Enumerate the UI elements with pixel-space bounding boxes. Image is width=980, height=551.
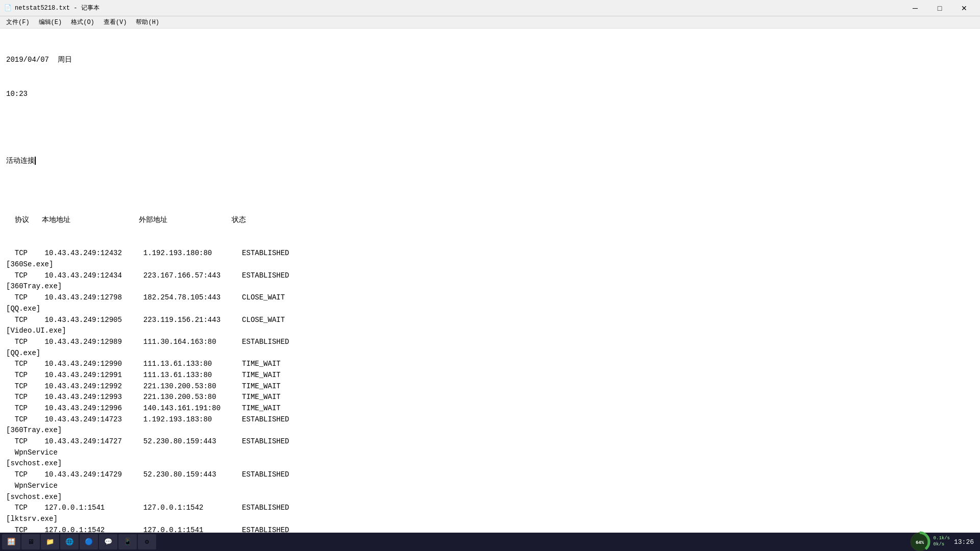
- list-item: TCP 10.43.43.249:12905 223.119.156.21:44…: [6, 315, 974, 326]
- list-item: [360Se.exe]: [6, 259, 974, 270]
- header-time: 10:23: [6, 89, 974, 100]
- taskbar-folder[interactable]: 📁: [41, 534, 59, 549]
- list-item: TCP 10.43.43.249:12992 221.130.200.53:80…: [6, 381, 974, 392]
- taskbar-start[interactable]: 🪟: [2, 534, 20, 549]
- list-item: [QQ.exe]: [6, 348, 974, 359]
- title-bar-title: netstat5218.txt - 记事本: [15, 4, 100, 12]
- list-item: [360Tray.exe]: [6, 281, 974, 292]
- column-headers: 协议 本地地址 外部地址 状态: [6, 215, 974, 226]
- taskbar-clock: 13:26: [954, 538, 974, 546]
- menu-file[interactable]: 文件(F): [2, 17, 34, 28]
- list-item: TCP 10.43.43.249:12990 111.13.61.133:80 …: [6, 359, 974, 370]
- taskbar-tray: 64% 0.1k/s 0k/s 13:26: [909, 531, 978, 551]
- taskbar-phone[interactable]: 📱: [118, 534, 137, 549]
- list-item: TCP 10.43.43.249:12993 221.130.200.53:80…: [6, 392, 974, 403]
- list-item: TCP 10.43.43.249:12989 111.30.164.163:80…: [6, 337, 974, 348]
- menu-help[interactable]: 帮助(H): [132, 17, 163, 28]
- list-item: TCP 10.43.43.249:14727 52.230.80.159:443…: [6, 436, 974, 447]
- taskbar-explorer[interactable]: 🖥: [21, 534, 40, 549]
- list-item: WpnService: [6, 481, 974, 492]
- menu-bar: 文件(F) 编辑(E) 格式(O) 查看(V) 帮助(H): [0, 16, 980, 29]
- title-bar-controls: ─ □ ✕: [903, 0, 976, 16]
- list-item: TCP 127.0.0.1:1542 127.0.0.1:1541 ESTABL…: [6, 525, 974, 533]
- header-date: 2019/04/07 周日: [6, 55, 974, 66]
- list-item: [svchost.exe]: [6, 492, 974, 503]
- section-title: 活动连接: [6, 156, 974, 167]
- menu-view[interactable]: 查看(V): [100, 17, 131, 28]
- list-item: TCP 10.43.43.249:12434 223.167.166.57:44…: [6, 270, 974, 282]
- close-button[interactable]: ✕: [952, 0, 976, 16]
- rows-container: TCP 10.43.43.249:12432 1.192.193.180:80 …: [6, 248, 974, 533]
- list-item: TCP 10.43.43.249:12798 182.254.78.105:44…: [6, 292, 974, 304]
- title-bar: 📄 netstat5218.txt - 记事本 ─ □ ✕: [0, 0, 980, 16]
- list-item: [QQ.exe]: [6, 304, 974, 315]
- list-item: [Video.UI.exe]: [6, 325, 974, 337]
- content-area: 2019/04/07 周日 10:23 活动连接 协议 本地地址 外部地址 状态…: [0, 29, 980, 533]
- tray-network[interactable]: 64% 0.1k/s 0k/s: [909, 531, 950, 551]
- list-item: WpnService: [6, 447, 974, 459]
- taskbar: 🪟 🖥 📁 🌐 🔵 💬 📱 ⚙ 64% 0.1k/s 0k/s 13:2: [0, 533, 980, 551]
- list-item: TCP 10.43.43.249:14729 52.230.80.159:443…: [6, 469, 974, 481]
- cursor: [35, 157, 36, 165]
- title-bar-icon: 📄: [4, 4, 12, 12]
- minimize-button[interactable]: ─: [903, 0, 927, 16]
- list-item: TCP 127.0.0.1:1541 127.0.0.1:1542 ESTABL…: [6, 503, 974, 514]
- list-item: TCP 10.43.43.249:12432 1.192.193.180:80 …: [6, 248, 974, 259]
- list-item: [svchost.exe]: [6, 458, 974, 469]
- svg-text:64%: 64%: [915, 540, 924, 545]
- list-item: TCP 10.43.43.249:14723 1.192.193.183:80 …: [6, 414, 974, 425]
- maximize-button[interactable]: □: [928, 0, 951, 16]
- list-item: [360Tray.exe]: [6, 425, 974, 436]
- list-item: TCP 10.43.43.249:12996 140.143.161.191:8…: [6, 403, 974, 414]
- title-bar-left: 📄 netstat5218.txt - 记事本: [4, 4, 100, 12]
- list-item: [lktsrv.exe]: [6, 514, 974, 525]
- menu-format[interactable]: 格式(O): [67, 17, 99, 28]
- taskbar-app7[interactable]: ⚙: [138, 534, 156, 549]
- menu-edit[interactable]: 编辑(E): [35, 17, 66, 28]
- taskbar-qq[interactable]: 🔵: [80, 534, 98, 549]
- network-circle-widget: 64%: [909, 531, 930, 551]
- list-item: TCP 10.43.43.249:12991 111.13.61.133:80 …: [6, 370, 974, 381]
- taskbar-mail[interactable]: 💬: [99, 534, 117, 549]
- network-stats: 0.1k/s 0k/s: [934, 536, 950, 547]
- taskbar-browser[interactable]: 🌐: [60, 534, 79, 549]
